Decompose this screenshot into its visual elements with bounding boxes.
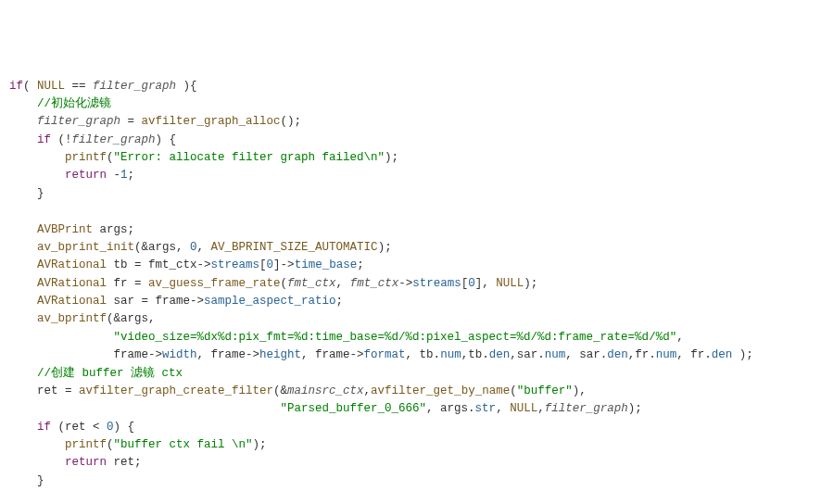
code-token: ,fr. <box>628 348 656 361</box>
code-token: //创建 buffer 滤镜 ctx <box>37 367 183 380</box>
code-line <box>9 490 812 504</box>
code-token: av_bprintf <box>37 312 107 325</box>
code-token: den <box>489 348 511 361</box>
code-token: av_bprint_init <box>37 241 134 254</box>
code-line: av_bprint_init(&args, 0, AV_BPRINT_SIZE_… <box>9 239 812 257</box>
code-line: //初始化滤镜 <box>9 95 812 113</box>
code-token: streams <box>211 258 260 271</box>
code-line: //创建 buffer 滤镜 ctx <box>9 365 812 383</box>
code-token <box>9 133 37 146</box>
code-token: av_guess_frame_rate <box>148 277 281 290</box>
code-token: ); <box>253 438 267 451</box>
code-token: (&args, <box>134 241 190 254</box>
code-token: avfilter_get_by_name <box>371 384 510 397</box>
code-line: AVRational fr = av_guess_frame_rate(fmt_… <box>9 275 812 293</box>
code-token <box>9 223 37 236</box>
code-token: , sar. <box>565 348 607 361</box>
code-token <box>9 115 37 128</box>
code-token: AV_BPRINT_SIZE_AUTOMATIC <box>211 241 378 254</box>
code-token: sar = frame-> <box>107 295 204 308</box>
code-token <box>9 421 37 434</box>
code-token: ], <box>475 277 497 290</box>
code-token: ( <box>281 277 288 290</box>
code-token: 0 <box>107 421 114 434</box>
code-line: AVRational tb = fmt_ctx->streams[0]->tim… <box>9 257 812 274</box>
code-token: 0 <box>267 258 274 271</box>
code-token: ){ <box>176 80 197 93</box>
code-token: str <box>475 402 497 415</box>
code-token: , <box>676 331 684 344</box>
code-token: ]-> <box>273 258 295 271</box>
code-token <box>9 367 37 380</box>
code-token: , <box>364 384 372 397</box>
code-token: 0 <box>468 277 475 290</box>
code-token: AVRational <box>37 277 107 290</box>
code-token: filter_graph <box>545 402 628 415</box>
code-token: //初始化滤镜 <box>37 97 111 110</box>
code-token: fmt_ctx <box>287 277 336 290</box>
code-token: args; <box>93 223 134 236</box>
code-token: printf <box>65 151 107 164</box>
code-token: avfilter_graph_create_filter <box>79 384 273 397</box>
code-token: 0 <box>190 241 197 254</box>
code-token: if <box>9 80 23 93</box>
code-token: NULL <box>510 402 537 415</box>
code-line: "Parsed_buffer_0_666", args.str, NULL,fi… <box>9 400 812 418</box>
code-line: printf("buffer ctx fail \n"); <box>9 436 812 454</box>
code-line: AVBPrint args; <box>9 221 812 239</box>
code-token: , <box>537 402 545 415</box>
code-token: streams <box>412 277 461 290</box>
code-token: printf <box>65 438 107 451</box>
code-token <box>9 205 17 218</box>
code-token: num <box>440 348 461 361</box>
code-line: "video_size=%dx%d:pix_fmt=%d:time_base=%… <box>9 329 812 346</box>
code-line <box>9 203 812 220</box>
code-token: frame-> <box>9 348 162 361</box>
code-token: NULL <box>496 277 524 290</box>
code-token: ); <box>628 402 642 415</box>
code-line: return ret; <box>9 454 812 472</box>
code-line: printf("Error: allocate filter graph fai… <box>9 149 812 167</box>
code-token: AVRational <box>37 258 107 271</box>
code-token: , <box>197 241 211 254</box>
code-token: "buffer ctx fail \n" <box>114 438 253 451</box>
code-token: ); <box>385 151 398 164</box>
code-token: ), <box>573 384 587 397</box>
code-token: -> <box>398 277 412 290</box>
code-token: , frame-> <box>301 348 364 361</box>
code-token <box>9 169 65 182</box>
code-token: ; <box>128 169 135 182</box>
code-line: } <box>9 185 812 203</box>
code-token: ) { <box>156 133 177 146</box>
code-token: == <box>65 80 93 93</box>
code-token: AVBPrint <box>37 223 93 236</box>
code-token: } <box>9 187 44 200</box>
code-token: time_base <box>295 258 358 271</box>
code-token: den <box>607 348 628 361</box>
code-token <box>9 402 281 415</box>
code-token: (! <box>51 133 72 146</box>
code-token: "buffer" <box>517 384 573 397</box>
code-token <box>9 151 65 164</box>
code-token: (&args, <box>107 312 156 325</box>
code-token: (& <box>273 384 287 397</box>
code-token: ret; <box>107 456 142 469</box>
code-token: tb = fmt_ctx-> <box>107 258 211 271</box>
code-token <box>9 456 65 469</box>
code-token: fmt_ctx <box>350 277 399 290</box>
code-token: , <box>336 277 350 290</box>
code-token: ,tb. <box>461 348 489 361</box>
code-line: } <box>9 472 812 490</box>
code-token: ( <box>107 438 114 451</box>
code-line: AVRational sar = frame->sample_aspect_ra… <box>9 293 812 310</box>
code-token <box>9 438 65 451</box>
code-token: format <box>364 348 406 361</box>
code-line: ret = avfilter_graph_create_filter(&main… <box>9 383 812 400</box>
code-token: ; <box>357 258 364 271</box>
code-token <box>9 492 17 504</box>
code-token: ,sar. <box>510 348 545 361</box>
code-line: if( NULL == filter_graph ){ <box>9 78 812 95</box>
code-token: - <box>107 169 120 182</box>
code-token: filter_graph <box>72 133 156 146</box>
code-token <box>9 312 37 325</box>
